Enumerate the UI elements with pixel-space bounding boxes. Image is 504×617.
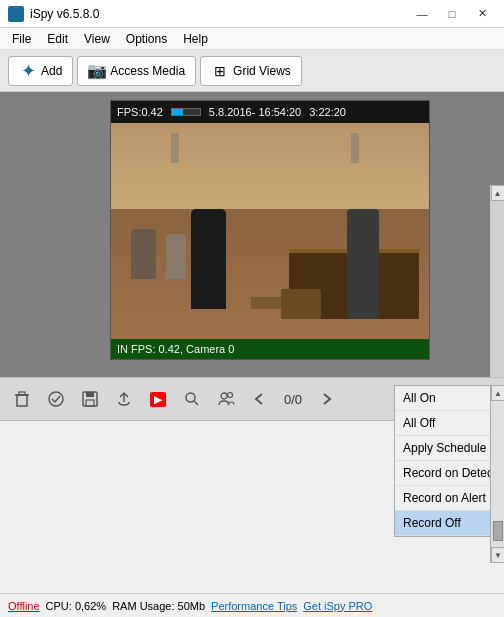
fps-bar-fill	[172, 109, 183, 115]
people-icon	[217, 390, 235, 408]
dropdown-item-apply-schedule[interactable]: Apply Schedule	[395, 436, 503, 461]
date-label: 5.8.2016- 16:54:20	[209, 106, 301, 118]
menu-edit[interactable]: Edit	[39, 28, 76, 49]
search-icon	[183, 390, 201, 408]
check-button[interactable]	[42, 385, 70, 413]
nav-total: 0	[295, 392, 302, 407]
svg-point-3	[49, 392, 63, 406]
camera-status-label: IN FPS: 0.42, Camera 0	[117, 343, 234, 355]
camera-icon: 📷	[88, 62, 106, 80]
svg-point-11	[228, 393, 233, 398]
menu-help[interactable]: Help	[175, 28, 216, 49]
ram-usage: RAM Usage: 50Mb	[112, 600, 205, 612]
scene-lamp2	[351, 133, 359, 163]
status-bar: Offline CPU: 0,62% RAM Usage: 50Mb Perfo…	[0, 593, 504, 617]
people-button[interactable]	[212, 385, 240, 413]
menu-bar: File Edit View Options Help	[0, 28, 504, 50]
dropdown-item-record-off[interactable]: Record Off	[395, 511, 503, 536]
title-bar: iSpy v6.5.8.0 — □ ✕	[0, 0, 504, 28]
fps-bar-container	[171, 108, 201, 116]
svg-rect-5	[86, 392, 94, 397]
scene-lamp	[171, 133, 179, 163]
toolbar: ✦ Add 📷 Access Media ⊞ Grid Views	[0, 50, 504, 92]
trash-icon	[13, 390, 31, 408]
search-button[interactable]	[178, 385, 206, 413]
camera-feed[interactable]: FPS:0.42 5.8.2016- 16:54:20 3:22:20	[110, 100, 430, 360]
minimize-button[interactable]: —	[408, 4, 436, 24]
grid-views-button[interactable]: ⊞ Grid Views	[200, 56, 302, 86]
delete-button[interactable]	[8, 385, 36, 413]
grid-icon: ⊞	[211, 62, 229, 80]
fps-label: FPS:0.42	[117, 106, 163, 118]
svg-rect-2	[19, 392, 25, 395]
app-title: iSpy v6.5.8.0	[30, 7, 408, 21]
status-offline[interactable]: Offline	[8, 600, 40, 612]
add-button[interactable]: ✦ Add	[8, 56, 73, 86]
scene-figure-back	[131, 229, 156, 279]
scroll-up-arrow[interactable]: ▲	[491, 185, 505, 201]
dropdown-item-record-on-alert[interactable]: Record on Alert	[395, 486, 503, 511]
performance-tips-link[interactable]: Performance Tips	[211, 600, 297, 612]
arrow-right-icon	[317, 390, 335, 408]
camera-status: IN FPS: 0.42, Camera 0	[111, 339, 429, 359]
camera-scene	[111, 123, 429, 339]
youtube-icon: ▶	[150, 392, 166, 407]
scene-figure-main	[191, 209, 226, 309]
arrow-left-icon	[251, 390, 269, 408]
menu-view[interactable]: View	[76, 28, 118, 49]
close-button[interactable]: ✕	[468, 4, 496, 24]
dropdown-scroll-track	[491, 401, 504, 547]
nav-count: 0/0	[280, 392, 306, 407]
menu-options[interactable]: Options	[118, 28, 175, 49]
dropdown-panel: All On All Off Apply Schedule Record on …	[394, 385, 504, 537]
fps-bar	[171, 108, 201, 116]
dropdown-scrollbar: ▲ ▼	[490, 385, 504, 563]
svg-rect-6	[86, 400, 94, 406]
dropdown-item-record-on-detect[interactable]: Record on Detec	[395, 461, 503, 486]
scene-chair1	[281, 289, 321, 319]
upload-button[interactable]	[110, 385, 138, 413]
upload-icon	[115, 390, 133, 408]
main-area: FPS:0.42 5.8.2016- 16:54:20 3:22:20	[0, 92, 504, 377]
get-ispy-link[interactable]: Get iSpy PRO	[303, 600, 372, 612]
youtube-button[interactable]: ▶	[144, 385, 172, 413]
scene-figure-right	[347, 209, 379, 319]
scroll-body	[491, 201, 505, 377]
scene-figure-back2	[166, 234, 186, 279]
app-icon	[8, 6, 24, 22]
time-label: 3:22:20	[309, 106, 346, 118]
add-label: Add	[41, 64, 62, 78]
save-icon	[81, 390, 99, 408]
dropdown-item-all-off[interactable]: All Off	[395, 411, 503, 436]
arrow-left-button[interactable]	[246, 385, 274, 413]
dropdown-item-all-on[interactable]: All On	[395, 386, 503, 411]
access-media-label: Access Media	[110, 64, 185, 78]
main-scrollbar: ▲ ▼	[490, 185, 504, 377]
save-button[interactable]	[76, 385, 104, 413]
svg-line-9	[194, 401, 198, 405]
window-controls: — □ ✕	[408, 4, 496, 24]
svg-point-8	[186, 393, 195, 402]
menu-file[interactable]: File	[4, 28, 39, 49]
cpu-usage: CPU: 0,62%	[46, 600, 107, 612]
arrow-right-button[interactable]	[312, 385, 340, 413]
dropdown-scroll-down[interactable]: ▼	[491, 547, 504, 563]
maximize-button[interactable]: □	[438, 4, 466, 24]
svg-point-10	[221, 393, 227, 399]
dropdown-scroll-thumb[interactable]	[493, 521, 503, 541]
camera-overlay: FPS:0.42 5.8.2016- 16:54:20 3:22:20	[111, 101, 429, 123]
grid-views-label: Grid Views	[233, 64, 291, 78]
scene-ceiling	[111, 123, 429, 209]
nav-current: 0	[284, 392, 291, 407]
dropdown-scroll-up[interactable]: ▲	[491, 385, 504, 401]
access-media-button[interactable]: 📷 Access Media	[77, 56, 196, 86]
add-icon: ✦	[19, 62, 37, 80]
check-icon	[47, 390, 65, 408]
svg-rect-0	[17, 395, 27, 406]
